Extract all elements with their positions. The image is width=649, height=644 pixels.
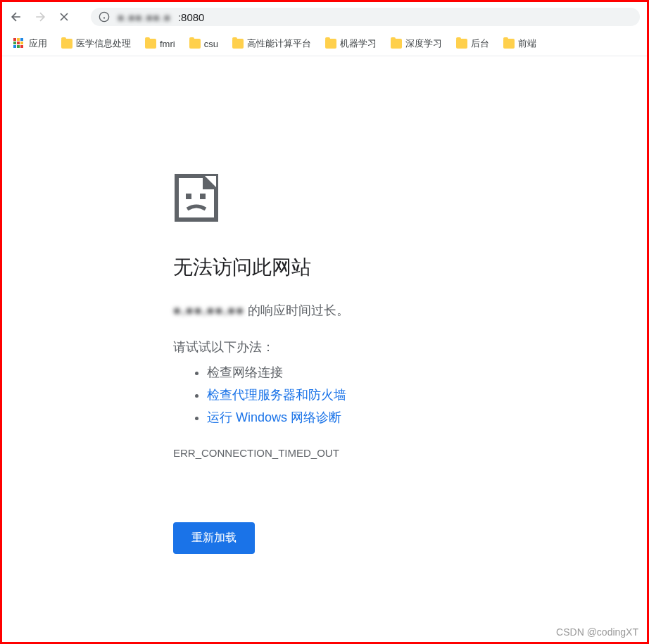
bookmark-label: 高性能计算平台 — [247, 37, 311, 50]
error-code: ERR_CONNECTION_TIMED_OUT — [173, 447, 476, 459]
suggestion-item: 运行 Windows 网络诊断 — [207, 409, 476, 426]
folder-icon — [456, 39, 467, 49]
apps-label: 应用 — [29, 37, 47, 50]
error-host: ●.●●.●●.●● — [173, 303, 244, 317]
windows-diagnostics-link[interactable]: 运行 Windows 网络诊断 — [207, 410, 341, 424]
bookmark-label: 深度学习 — [405, 37, 442, 50]
bookmark-label: 前端 — [518, 37, 536, 50]
url-port: :8080 — [178, 11, 205, 23]
suggestions-title: 请试试以下办法： — [173, 339, 476, 355]
navigation-toolbar: ●.●●.●●.● :8080 — [2, 2, 647, 32]
error-desc-suffix: 的响应时间过长。 — [244, 303, 349, 317]
bookmark-item[interactable]: csu — [187, 37, 221, 51]
folder-icon — [503, 39, 515, 49]
folder-icon — [391, 39, 402, 49]
folder-icon — [232, 39, 244, 49]
bookmark-item[interactable]: 前端 — [500, 36, 539, 51]
suggestion-item: 检查代理服务器和防火墙 — [207, 386, 476, 403]
back-button[interactable] — [9, 10, 23, 24]
suggestion-item: 检查网络连接 — [207, 364, 476, 381]
suggestions-list: 检查网络连接 检查代理服务器和防火墙 运行 Windows 网络诊断 — [173, 364, 476, 426]
address-bar[interactable]: ●.●●.●●.● :8080 — [91, 8, 640, 26]
info-icon — [98, 11, 111, 23]
error-title: 无法访问此网站 — [173, 254, 476, 281]
stop-button[interactable] — [57, 10, 71, 24]
bookmark-label: fmri — [160, 39, 175, 49]
folder-icon — [61, 39, 73, 49]
watermark: CSDN @codingXT — [556, 626, 638, 638]
frown-page-icon — [173, 172, 224, 223]
bookmark-item[interactable]: 高性能计算平台 — [229, 36, 314, 51]
folder-icon — [189, 39, 201, 49]
suggestion-text: 检查网络连接 — [207, 365, 283, 379]
apps-button[interactable]: 应用 — [11, 36, 50, 51]
error-page: 无法访问此网站 ●.●●.●●.●● 的响应时间过长。 请试试以下办法： 检查网… — [2, 56, 647, 554]
arrow-left-icon — [9, 10, 23, 24]
bookmark-item[interactable]: 深度学习 — [388, 36, 445, 51]
reload-button[interactable]: 重新加载 — [173, 522, 255, 554]
arrow-right-icon — [33, 10, 47, 24]
folder-icon — [145, 39, 156, 49]
bookmark-item[interactable]: fmri — [142, 37, 178, 51]
forward-button[interactable] — [33, 10, 47, 24]
apps-grid-icon — [13, 38, 25, 49]
close-icon — [57, 10, 71, 24]
proxy-firewall-link[interactable]: 检查代理服务器和防火墙 — [207, 388, 346, 402]
error-description: ●.●●.●●.●● 的响应时间过长。 — [173, 302, 476, 319]
svg-rect-6 — [200, 194, 206, 199]
folder-icon — [325, 39, 336, 49]
svg-rect-5 — [186, 194, 191, 199]
bookmark-label: 医学信息处理 — [76, 37, 131, 50]
bookmark-item[interactable]: 后台 — [453, 36, 492, 51]
bookmark-item[interactable]: 医学信息处理 — [58, 36, 134, 51]
bookmark-label: 机器学习 — [340, 37, 377, 50]
url-host: ●.●●.●●.● — [118, 11, 171, 23]
bookmark-item[interactable]: 机器学习 — [322, 36, 379, 51]
bookmarks-bar: 应用 医学信息处理 fmri csu 高性能计算平台 机器学习 深度学习 后台 … — [2, 32, 647, 56]
bookmark-label: csu — [204, 39, 218, 49]
bookmark-label: 后台 — [471, 37, 489, 50]
